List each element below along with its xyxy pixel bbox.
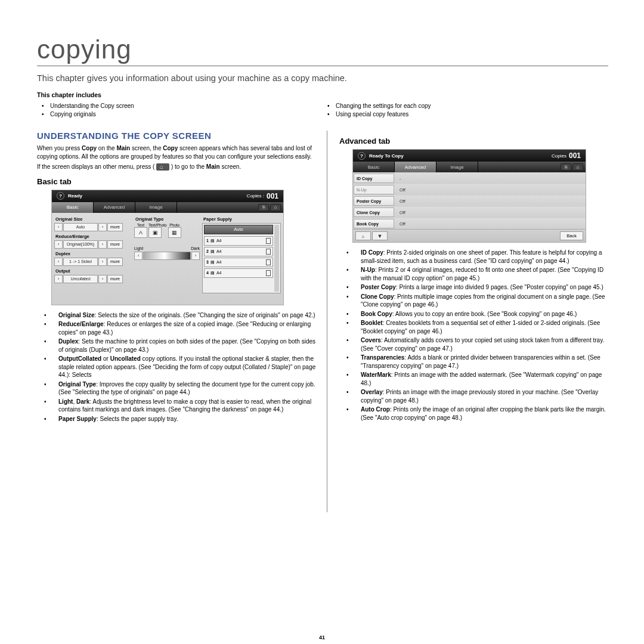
arrow-left-icon[interactable]: ‹ [54, 240, 63, 249]
list-item: ID Copy: Prints 2-sided originals on one… [354, 249, 608, 265]
type-label: Text/Photo [148, 223, 167, 227]
subsection-heading: Advanced tab [339, 137, 608, 145]
arrow-right-icon[interactable]: › [98, 240, 107, 249]
scrollbar[interactable] [274, 225, 279, 292]
row-button[interactable]: Poster Copy [354, 196, 394, 206]
paragraph: When you press Copy on the Main screen, … [37, 144, 317, 160]
list-item: Original Type: Improves the copy quality… [51, 380, 317, 397]
copies-label: Copies [552, 153, 566, 159]
type-label: Text [134, 223, 147, 227]
row-value: Off [395, 196, 405, 206]
list-item: Reduce/Enlarge: Reduces or enlarges the … [51, 320, 317, 336]
help-icon[interactable]: ? [57, 192, 64, 200]
list-item: Duplex: Sets the machine to print copies… [51, 338, 317, 354]
advanced-tab-screenshot: ? Ready To Copy Copies 001 Basic Advance… [352, 149, 586, 243]
toc-item: Copying originals [37, 110, 323, 119]
row-value: Off [395, 207, 405, 218]
tab-basic[interactable]: Basic [353, 162, 395, 172]
home-icon[interactable]: ⌂ [270, 204, 281, 211]
tab-advanced[interactable]: Advanced [395, 162, 436, 172]
group-label: Output [55, 268, 132, 274]
reduce-enlarge-value[interactable]: Original(100%) [63, 240, 98, 249]
page-number: 41 [0, 634, 644, 640]
toc-item: Understanding the Copy screen [37, 102, 323, 110]
tray-option[interactable]: 4▤A4 [204, 268, 273, 278]
row-value: Off [395, 184, 405, 195]
subsection-heading: Basic tab [37, 177, 317, 186]
group-label: Original Size [55, 216, 132, 222]
more-button[interactable]: more [107, 240, 123, 249]
tray-option[interactable]: 2▤A4 [204, 247, 273, 256]
darkness-slider[interactable] [143, 252, 191, 260]
more-button[interactable]: more [107, 223, 123, 231]
tab-image[interactable]: Image [436, 162, 478, 172]
output-value[interactable]: Uncollated [63, 275, 98, 283]
basic-bullet-list: Original Size: Selects the size of the o… [51, 311, 317, 423]
advanced-row: Poster CopyOff [353, 195, 586, 206]
list-item: Original Size: Selects the size of the o… [51, 311, 317, 320]
divider [37, 66, 608, 66]
list-item: Light, Dark: Adjusts the brightness leve… [51, 398, 317, 414]
type-textphoto-button[interactable]: ▣ [148, 227, 162, 238]
arrow-left-icon[interactable]: ‹ [54, 258, 63, 266]
arrow-down-icon[interactable]: ▼ [372, 231, 388, 240]
arrow-right-icon[interactable]: › [98, 275, 107, 283]
back-button[interactable]: Back [560, 231, 583, 240]
paper-auto-button[interactable]: Auto [204, 225, 273, 234]
row-value: - [395, 173, 401, 184]
chapter-title: copying [37, 35, 608, 64]
list-item: Clone Copy: Prints multiple image copies… [354, 293, 608, 309]
help-icon[interactable]: ? [358, 152, 366, 160]
tray-option[interactable]: 3▤A4 [204, 258, 273, 267]
type-text-button[interactable]: A [134, 227, 147, 238]
paragraph: If the screen displays an other menu, pr… [37, 163, 317, 171]
toc-item: Changing the settings for each copy [323, 102, 608, 110]
tab-advanced[interactable]: Advanced [94, 202, 135, 213]
more-button[interactable]: more [107, 258, 123, 266]
list-item: WaterMark: Prints an image with the adde… [354, 371, 608, 387]
arrow-right-icon[interactable]: › [191, 252, 200, 260]
home-icon [156, 163, 169, 171]
advanced-row: ID Copy- [353, 172, 586, 184]
toc-item: Using special copy features [323, 110, 608, 119]
arrow-up-icon[interactable]: ▲ [355, 231, 371, 240]
more-button[interactable]: more [107, 275, 123, 283]
list-item: Book Copy: Allows you to copy an entire … [354, 310, 608, 318]
status-text: Ready To Copy [369, 153, 552, 159]
tray-icon[interactable]: ⎘ [258, 204, 269, 211]
tab-basic[interactable]: Basic [52, 202, 94, 213]
row-button[interactable]: Clone Copy [354, 208, 394, 217]
advanced-row: Clone CopyOff [353, 206, 586, 218]
advanced-row: Book CopyOff [353, 218, 586, 229]
arrow-right-icon[interactable]: › [98, 223, 107, 231]
list-item: Poster Copy: Prints a large image into d… [354, 283, 608, 292]
section-heading: UNDERSTANDING THE COPY SCREEN [37, 131, 317, 141]
row-button[interactable]: Book Copy [354, 219, 394, 228]
tray-icon[interactable]: ⎘ [561, 163, 571, 171]
type-label: Photo [168, 223, 181, 227]
arrow-left-icon[interactable]: ‹ [54, 275, 63, 283]
copies-label: Copies : [247, 193, 264, 199]
list-item: Auto Crop: Prints only the image of an o… [354, 405, 608, 422]
copies-value: 001 [569, 151, 581, 160]
includes-heading: This chapter includes [37, 91, 608, 98]
group-label: Duplex [55, 251, 132, 256]
original-size-value[interactable]: Auto [63, 223, 98, 231]
group-label: Original Type [135, 216, 200, 222]
basic-tab-screenshot: ? Ready Copies : 001 Basic Advanced Imag… [51, 190, 284, 305]
type-photo-button[interactable]: ▦ [168, 227, 181, 238]
arrow-right-icon[interactable]: › [98, 258, 107, 266]
list-item: Transparencies: Adds a blank or printed … [354, 354, 608, 370]
advanced-row: N-UpOff [353, 184, 586, 195]
arrow-left-icon[interactable]: ‹ [54, 223, 63, 231]
duplex-value[interactable]: 1 -> 1 Sided [63, 258, 98, 266]
tray-option[interactable]: 1▤A4 [204, 236, 273, 246]
home-icon[interactable]: ⌂ [572, 163, 583, 171]
tab-image[interactable]: Image [135, 202, 177, 213]
column-divider [327, 131, 327, 512]
arrow-left-icon[interactable]: ‹ [134, 252, 143, 260]
dark-label: Dark [191, 246, 200, 250]
row-button[interactable]: ID Copy [354, 174, 394, 183]
row-button[interactable]: N-Up [354, 185, 394, 194]
status-text: Ready [68, 193, 247, 199]
